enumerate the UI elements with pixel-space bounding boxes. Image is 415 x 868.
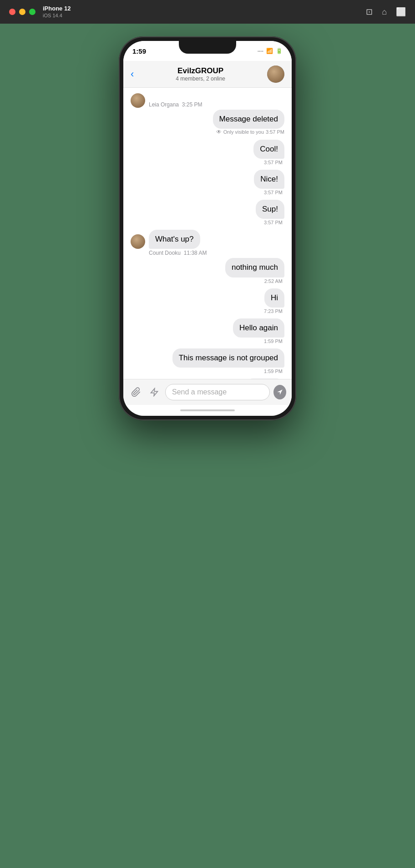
message-bubble: Nice! <box>254 170 284 189</box>
message-text: Sup! <box>262 205 278 213</box>
group-name: EvilzGROUP <box>137 66 263 76</box>
visibility-text: Only visible to you <box>223 129 264 135</box>
back-button[interactable]: ‹ <box>131 68 134 80</box>
minimize-button[interactable] <box>19 9 25 15</box>
message-timestamp: 1:59 PM <box>264 338 283 344</box>
list-item: Leia Organa 3:25 PM <box>131 93 284 108</box>
message-timestamp: 3:57 PM <box>264 190 283 195</box>
message-text: Hi <box>271 293 278 302</box>
svg-marker-0 <box>151 389 158 396</box>
home-indicator <box>123 405 292 416</box>
input-area <box>123 379 292 405</box>
deleted-status: 👁 Only visible to you 3:57 PM <box>216 129 284 135</box>
message-bubble: Cool! <box>253 140 284 159</box>
message-timestamp: 3:57 PM <box>264 220 283 225</box>
desktop-controls: ⊡ ⌂ ⬜ <box>366 7 406 17</box>
message-text: This message is not grouped <box>179 353 278 362</box>
list-item: Cool! 3:57 PM <box>131 140 284 168</box>
desktop-title: iPhone 12 iOS 14.4 <box>43 5 71 19</box>
group-avatar[interactable] <box>267 66 284 83</box>
message-bubble: Hi <box>264 288 284 308</box>
message-text: nothing much <box>232 263 278 272</box>
list-item: This message is not grouped 1:59 PM <box>131 348 284 377</box>
rotate-icon[interactable]: ⬜ <box>396 7 406 17</box>
message-timestamp: 3:57 PM <box>264 160 283 165</box>
list-item: Hi 7:23 PM <box>131 288 284 317</box>
wifi-icon: 📶 <box>266 48 273 54</box>
timestamp: 3:57 PM <box>266 129 284 135</box>
chat-header: ‹ EvilzGROUP 4 members, 2 online <box>123 61 292 88</box>
phone-screen: 1:59 ···· 📶 🔋 ‹ EvilzGROUP 4 members, 2 … <box>123 41 292 416</box>
message-bubble: Hello again <box>233 318 284 338</box>
eye-icon: 👁 <box>216 129 222 135</box>
send-button[interactable] <box>273 385 286 399</box>
device-name: iPhone 12 <box>43 5 71 12</box>
message-input[interactable] <box>165 384 270 400</box>
desktop-bar: iPhone 12 iOS 14.4 ⊡ ⌂ ⬜ <box>0 0 415 24</box>
back-icon: ‹ <box>131 68 134 80</box>
header-center: EvilzGROUP 4 members, 2 online <box>137 66 263 82</box>
os-name: iOS 14.4 <box>43 13 62 18</box>
message-bubble: Message deleted <box>213 110 284 129</box>
group-meta: 4 members, 2 online <box>137 76 263 82</box>
signal-icon: ···· <box>258 48 263 54</box>
message-timestamp: 2:52 AM <box>264 278 283 284</box>
message-text: Nice! <box>260 175 278 183</box>
list-item: What's up? Count Dooku 11:38 AM <box>131 230 284 256</box>
avatar <box>131 234 145 249</box>
list-item: Sup! 3:57 PM <box>131 200 284 228</box>
sender-timestamp: Count Dooku 11:38 AM <box>149 250 207 256</box>
maximize-button[interactable] <box>29 9 35 15</box>
messages-area: Leia Organa 3:25 PM Message deleted 👁 On… <box>123 88 292 379</box>
list-item: Hello again 1:59 PM <box>131 318 284 347</box>
list-item: nothing much 2:52 AM <box>131 258 284 286</box>
message-bubble: What's up? <box>149 230 200 249</box>
battery-icon: 🔋 <box>276 48 283 54</box>
message-bubble: nothing much <box>225 258 284 277</box>
list-item: Message deleted 👁 Only visible to you 3:… <box>131 110 284 138</box>
traffic-lights <box>9 9 35 15</box>
sender-name: Leia Organa 3:25 PM <box>149 101 202 108</box>
home-icon[interactable]: ⌂ <box>382 7 387 17</box>
message-bubble: Sup! <box>256 200 284 219</box>
close-button[interactable] <box>9 9 15 15</box>
list-item: Nice! 3:57 PM <box>131 170 284 198</box>
phone-frame: 1:59 ···· 📶 🔋 ‹ EvilzGROUP 4 members, 2 … <box>119 36 296 420</box>
avatar-image <box>267 66 284 83</box>
screenshot-icon[interactable]: ⊡ <box>366 7 373 17</box>
message-text: Cool! <box>260 145 278 153</box>
attachment-button[interactable] <box>129 385 143 399</box>
message-text: What's up? <box>155 235 194 243</box>
lightning-button[interactable] <box>147 385 162 399</box>
notch <box>179 41 236 54</box>
avatar <box>131 93 145 108</box>
message-bubble: This message is not grouped <box>172 348 284 368</box>
message-text: Message deleted <box>219 115 278 123</box>
status-icons: ···· 📶 🔋 <box>258 48 283 54</box>
message-text: Hello again <box>239 323 278 332</box>
status-bar: 1:59 ···· 📶 🔋 <box>123 41 292 61</box>
home-bar <box>180 409 235 411</box>
message-timestamp: 1:59 PM <box>264 368 283 374</box>
message-timestamp: 7:23 PM <box>264 308 283 314</box>
